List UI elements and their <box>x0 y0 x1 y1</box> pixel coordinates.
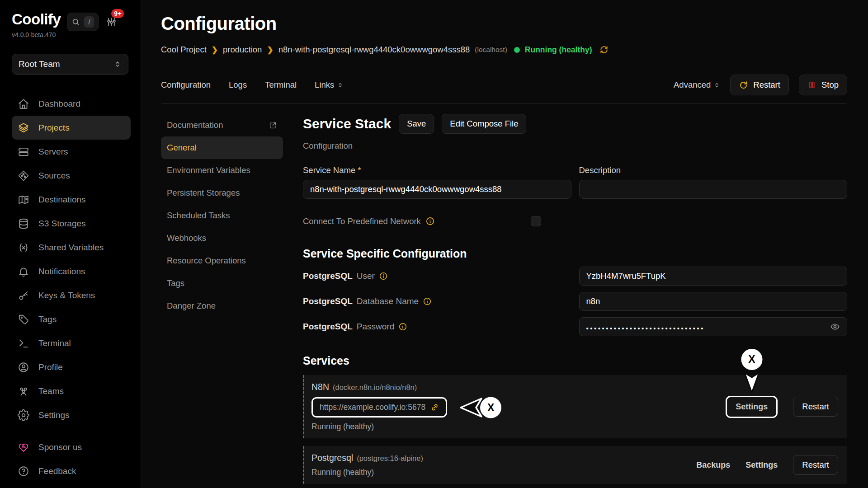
notification-count-badge: 9+ <box>111 9 124 18</box>
field-prefix: PostgreSQL <box>303 271 353 281</box>
sidebar-item-sponsor-us[interactable]: Sponsor us <box>12 435 131 459</box>
map-icon <box>18 194 29 206</box>
annotation-arrow-left <box>459 397 483 418</box>
database-icon <box>18 218 29 230</box>
edit-compose-file-button[interactable]: Edit Compose File <box>442 114 526 134</box>
subnav-label: Persistent Storages <box>167 188 240 198</box>
postgres-settings-button[interactable]: Settings <box>745 460 778 470</box>
subnav-label: Webhooks <box>167 233 206 243</box>
service-name-input[interactable] <box>303 180 571 199</box>
sidebar-item-settings[interactable]: Settings <box>12 403 131 427</box>
tab-terminal[interactable]: Terminal <box>265 80 297 90</box>
stop-button[interactable]: Stop <box>799 75 847 95</box>
team-selector[interactable]: Root Team <box>12 54 128 75</box>
n8n-restart-button[interactable]: Restart <box>793 397 838 417</box>
sidebar-item-label: Feedback <box>38 466 76 476</box>
link-icon[interactable] <box>430 403 439 412</box>
info-icon[interactable] <box>425 216 435 226</box>
refresh-icon[interactable] <box>599 45 609 55</box>
sidebar: Coolify v4.0.0-beta.470 / 9+ Root Team D… <box>0 0 141 488</box>
layers-icon <box>18 122 29 134</box>
page-title: Configuration <box>161 14 847 34</box>
subnav-item-webhooks[interactable]: Webhooks <box>161 227 283 249</box>
save-button[interactable]: Save <box>399 114 434 134</box>
service-url-link[interactable]: https://example.coolify.io:5678 X <box>311 397 447 418</box>
postgres-password-input[interactable]: •••••••••••••••••••••••••••••• <box>579 317 848 336</box>
subnav-item-resource-operations[interactable]: Resource Operations <box>161 249 283 272</box>
users-icon <box>18 385 29 397</box>
tab-configuration[interactable]: Configuration <box>161 80 211 90</box>
restart-button[interactable]: Restart <box>730 75 789 95</box>
subnav-item-environment-variables[interactable]: Environment Variables <box>161 159 283 182</box>
sidebar-item-label: Settings <box>38 410 70 420</box>
n8n-settings-button[interactable]: Settings <box>728 398 775 416</box>
sidebar-item-tags[interactable]: Tags <box>12 307 131 331</box>
description-input[interactable] <box>579 180 848 199</box>
sidebar-item-projects[interactable]: Projects <box>12 116 131 140</box>
sidebar-item-sources[interactable]: Sources <box>12 164 131 188</box>
sidebar-item-label: Destinations <box>38 195 86 205</box>
info-icon[interactable] <box>423 297 432 306</box>
service-status: Running (healthy) <box>311 422 447 432</box>
service-name-label: Service Name <box>303 165 355 175</box>
postgres-database-input[interactable] <box>579 292 848 311</box>
sidebar-item-keys-tokens[interactable]: Keys & Tokens <box>12 283 131 307</box>
postgres-restart-button[interactable]: Restart <box>793 455 838 475</box>
sidebar-item-feedback[interactable]: Feedback <box>12 459 131 483</box>
help-icon <box>18 465 29 477</box>
sidebar-item-notifications[interactable]: Notifications <box>12 259 131 283</box>
breadcrumb-environment[interactable]: production <box>223 45 262 55</box>
field-name: User <box>357 271 375 281</box>
connect-network-checkbox[interactable] <box>531 216 541 226</box>
chevron-up-down-icon <box>337 82 344 89</box>
sidebar-item-label: S3 Storages <box>38 219 86 229</box>
subnav-item-danger-zone[interactable]: Danger Zone <box>161 295 283 317</box>
breadcrumb-project[interactable]: Cool Project <box>161 45 207 55</box>
chevron-up-down-icon <box>113 60 122 68</box>
advanced-dropdown[interactable]: Advanced <box>674 80 720 90</box>
subnav-item-documentation[interactable]: Documentation <box>161 114 283 136</box>
subnav-label: Resource Operations <box>167 256 246 266</box>
tab-bar: Configuration Logs Terminal Links Advanc… <box>161 75 847 104</box>
advanced-label: Advanced <box>674 80 711 90</box>
subnav-label: Danger Zone <box>167 301 216 311</box>
postgres-backups-button[interactable]: Backups <box>696 460 730 470</box>
tab-links-label: Links <box>315 80 334 90</box>
sidebar-item-profile[interactable]: Profile <box>12 355 131 379</box>
subnav-item-tags[interactable]: Tags <box>161 272 283 295</box>
service-url-text: https://example.coolify.io:5678 <box>320 403 425 412</box>
annotation-arrow-down <box>743 371 761 394</box>
connect-network-label: Connect To Predefined Network <box>303 216 421 226</box>
coolify-logo: Coolify <box>12 12 61 27</box>
subnav-item-general[interactable]: General <box>161 136 283 159</box>
breadcrumb: Cool Project ❯ production ❯ n8n-with-pos… <box>161 45 847 55</box>
field-prefix: PostgreSQL <box>303 322 353 332</box>
info-icon[interactable] <box>379 272 388 281</box>
subnav-item-scheduled-tasks[interactable]: Scheduled Tasks <box>161 204 283 227</box>
sidebar-item-teams[interactable]: Teams <box>12 379 131 403</box>
postgres-user-input[interactable] <box>579 267 848 286</box>
bell-icon <box>18 266 29 277</box>
breadcrumb-resource[interactable]: n8n-with-postgresql-rwwg4440ck0owwwgow4s… <box>278 45 470 55</box>
tab-logs[interactable]: Logs <box>229 80 247 90</box>
service-name: Postgresql <box>311 453 353 463</box>
tab-links[interactable]: Links <box>315 80 344 90</box>
sidebar-item-terminal[interactable]: Terminal <box>12 331 131 355</box>
sidebar-item-shared-variables[interactable]: Shared Variables <box>12 235 131 259</box>
sidebar-item-label: Dashboard <box>38 99 80 109</box>
heart-icon <box>18 441 29 453</box>
sidebar-item-servers[interactable]: Servers <box>12 140 131 164</box>
sidebar-item-s3-storages[interactable]: S3 Storages <box>12 211 131 235</box>
sidebar-item-destinations[interactable]: Destinations <box>12 188 131 211</box>
search-input[interactable]: / <box>67 13 99 31</box>
eye-icon[interactable] <box>830 322 840 332</box>
info-icon[interactable] <box>398 322 407 331</box>
sidebar-item-dashboard[interactable]: Dashboard <box>12 92 131 116</box>
sidebar-item-label: Teams <box>38 386 64 396</box>
subnav-item-persistent-storages[interactable]: Persistent Storages <box>161 182 283 204</box>
team-selector-value: Root Team <box>19 59 60 69</box>
home-icon <box>18 98 29 110</box>
required-asterisk: * <box>358 165 361 175</box>
notifications-filter-button[interactable]: 9+ <box>106 16 117 28</box>
sidebar-nav: Dashboard Projects Servers Sources Desti… <box>12 92 131 483</box>
